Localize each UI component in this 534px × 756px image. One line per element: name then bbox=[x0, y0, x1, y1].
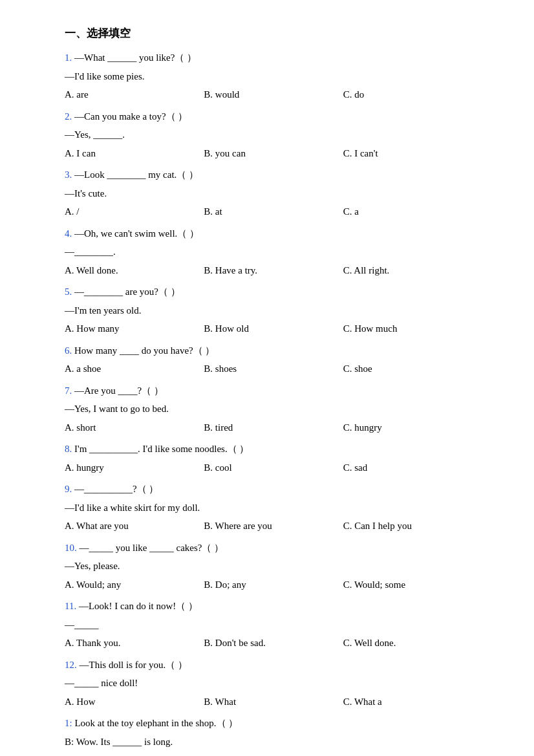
question-line: —_____ bbox=[65, 617, 482, 634]
options-row: A. I canB. you canC. I can't bbox=[65, 146, 482, 162]
question-block: 3. —Look ________ my cat.（ ）—It's cute.A… bbox=[65, 167, 482, 221]
question-number: 4. bbox=[65, 228, 74, 239]
question-text: —Look ________ my cat.（ ） bbox=[74, 169, 198, 180]
option: A. What are you bbox=[65, 518, 204, 535]
question-line: —I'd like some pies. bbox=[65, 69, 482, 85]
question-block: 2. —Can you make a toy?（ ）—Yes, ______.A… bbox=[65, 109, 482, 162]
question-line: 9. —__________?（ ） bbox=[65, 481, 482, 498]
option: A. How bbox=[65, 694, 204, 711]
option: A. How many bbox=[65, 321, 204, 338]
option: B. How old bbox=[204, 321, 343, 338]
option: B. eyes bbox=[204, 752, 343, 756]
question-block: 7. —Are you ____?（ ）—Yes, I want to go t… bbox=[65, 383, 482, 437]
question-block: 1. —What ______ you like?（ ）—I'd like so… bbox=[65, 50, 482, 103]
question-text: —Look! I can do it now!（ ） bbox=[79, 601, 198, 611]
question-line: 1. —What ______ you like?（ ） bbox=[65, 50, 482, 67]
options-row: A. hungryB. coolC. sad bbox=[65, 460, 482, 477]
option: B. Have a try. bbox=[204, 263, 343, 279]
question-block: 4. —Oh, we can't swim well.（ ）—________.… bbox=[65, 226, 482, 279]
question-text: —Oh, we can't swim well.（ ） bbox=[74, 228, 199, 239]
option: A. Well done. bbox=[65, 263, 204, 279]
option: C. Would; some bbox=[343, 577, 482, 594]
question-line: 4. —Oh, we can't swim well.（ ） bbox=[65, 226, 482, 243]
option: C. a bbox=[343, 204, 482, 221]
question-line: 10. —_____ you like _____ cakes?（ ） bbox=[65, 540, 482, 557]
question-line: 1: Look at the toy elephant in the shop.… bbox=[65, 715, 482, 732]
question-line: —Yes, please. bbox=[65, 558, 482, 575]
question-number: 2. bbox=[65, 111, 74, 122]
question-line: —Yes, ______. bbox=[65, 127, 482, 144]
question-text: —This doll is for you.（ ） bbox=[80, 660, 188, 670]
question-line: —________. bbox=[65, 244, 482, 261]
question-line: 3. —Look ________ my cat.（ ） bbox=[65, 167, 482, 184]
question-number: 1: bbox=[65, 718, 74, 728]
option: C. What a bbox=[343, 694, 482, 711]
option: C. sad bbox=[343, 460, 482, 477]
options-row: A. areB. wouldC. do bbox=[65, 87, 482, 103]
question-block: 9. —__________?（ ）—I'd like a white skir… bbox=[65, 481, 482, 535]
question-block: 6. How many ____ do you have?（ ）A. a sho… bbox=[65, 343, 482, 378]
option: B. would bbox=[204, 87, 343, 103]
question-line: 2. —Can you make a toy?（ ） bbox=[65, 109, 482, 125]
question-block: 10. —_____ you like _____ cakes?（ ）—Yes,… bbox=[65, 540, 482, 594]
question-text: —Can you make a toy?（ ） bbox=[74, 111, 187, 122]
option: C. Well done. bbox=[343, 635, 482, 652]
option: B. Don't be sad. bbox=[204, 635, 343, 652]
option: A. Thank you. bbox=[65, 635, 204, 652]
question-text: —What ______ you like?（ ） bbox=[74, 52, 197, 63]
option: C. do bbox=[343, 87, 482, 103]
question-number: 11. bbox=[65, 601, 79, 611]
question-line: —Yes, I want to go to bed. bbox=[65, 401, 482, 418]
option: B. you can bbox=[204, 146, 343, 162]
question-line: —_____ nice doll! bbox=[65, 675, 482, 692]
question-block: 1: Look at the toy elephant in the shop.… bbox=[65, 715, 482, 756]
options-row: A. Thank you.B. Don't be sad.C. Well don… bbox=[65, 635, 482, 652]
option: A. short bbox=[65, 420, 204, 437]
options-row: A. Well done.B. Have a try.C. All right. bbox=[65, 263, 482, 279]
options-row: A. a shoeB. shoesC. shoe bbox=[65, 361, 482, 378]
question-block: 8. I'm __________. I'd like some noodles… bbox=[65, 441, 482, 476]
question-text: I'm __________. I'd like some noodles.（ … bbox=[74, 444, 249, 454]
option: B. at bbox=[204, 204, 343, 221]
section-title: 一、选择填空 bbox=[65, 26, 482, 41]
question-line: 5. —________ are you?（ ） bbox=[65, 284, 482, 301]
options-row: A. HowB. WhatC. What a bbox=[65, 694, 482, 711]
option: B. cool bbox=[204, 460, 343, 477]
question-block: 11. —Look! I can do it now!（ ）—_____A. T… bbox=[65, 598, 482, 652]
question-text: How many ____ do you have?（ ） bbox=[74, 345, 215, 356]
option: B. shoes bbox=[204, 361, 343, 378]
options-row: A. How manyB. How oldC. How much bbox=[65, 321, 482, 338]
question-text: —_____ you like _____ cakes?（ ） bbox=[80, 543, 224, 553]
question-number: 7. bbox=[65, 385, 74, 396]
question-number: 12. bbox=[65, 660, 80, 670]
question-line: —I'm ten years old. bbox=[65, 303, 482, 319]
question-text: Look at the toy elephant in the shop.（ ） bbox=[74, 718, 238, 728]
question-line: 6. How many ____ do you have?（ ） bbox=[65, 343, 482, 360]
option: A. hungry bbox=[65, 460, 204, 477]
option: A. / bbox=[65, 204, 204, 221]
question-text: —__________?（ ） bbox=[74, 484, 158, 494]
option: A. I can bbox=[65, 146, 204, 162]
options-row: A. Would; anyB. Do; anyC. Would; some bbox=[65, 577, 482, 594]
option: B. Do; any bbox=[204, 577, 343, 594]
option: B. Where are you bbox=[204, 518, 343, 535]
question-line: 11. —Look! I can do it now!（ ） bbox=[65, 598, 482, 615]
option: C. Can I help you bbox=[343, 518, 482, 535]
option: B. What bbox=[204, 694, 343, 711]
question-line: —It's cute. bbox=[65, 186, 482, 202]
options-row: A. shortB. tiredC. hungry bbox=[65, 420, 482, 437]
question-number: 9. bbox=[65, 484, 74, 494]
question-line: 7. —Are you ____?（ ） bbox=[65, 383, 482, 400]
question-text: —________ are you?（ ） bbox=[74, 286, 180, 297]
option: C. hungry bbox=[343, 420, 482, 437]
option: A. a shoe bbox=[65, 361, 204, 378]
option: A. Would; any bbox=[65, 577, 204, 594]
option: A. mouth bbox=[65, 752, 204, 756]
question-number: 3. bbox=[65, 169, 74, 180]
question-block: 12. —This doll is for you.（ ）—_____ nice… bbox=[65, 657, 482, 711]
options-row: A. What are youB. Where are youC. Can I … bbox=[65, 518, 482, 535]
question-line: 12. —This doll is for you.（ ） bbox=[65, 657, 482, 674]
question-line: —I'd like a white skirt for my doll. bbox=[65, 500, 482, 517]
option: C. How much bbox=[343, 321, 482, 338]
question-number: 8. bbox=[65, 444, 74, 454]
